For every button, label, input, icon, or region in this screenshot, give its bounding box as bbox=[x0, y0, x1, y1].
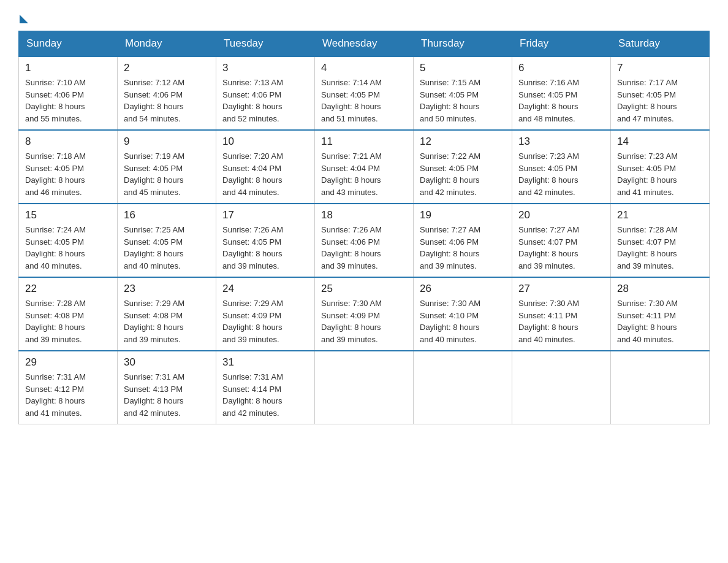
day-number: 18 bbox=[321, 209, 407, 221]
day-number: 15 bbox=[25, 209, 111, 221]
day-number: 28 bbox=[617, 283, 703, 295]
calendar-week-row: 15 Sunrise: 7:24 AM Sunset: 4:05 PM Dayl… bbox=[19, 204, 710, 277]
day-number: 16 bbox=[124, 209, 210, 221]
calendar-cell: 22 Sunrise: 7:28 AM Sunset: 4:08 PM Dayl… bbox=[19, 277, 118, 351]
calendar-cell: 17 Sunrise: 7:26 AM Sunset: 4:05 PM Dayl… bbox=[216, 204, 315, 277]
calendar-cell: 15 Sunrise: 7:24 AM Sunset: 4:05 PM Dayl… bbox=[19, 204, 118, 277]
day-info: Sunrise: 7:21 AM Sunset: 4:04 PM Dayligh… bbox=[321, 150, 407, 198]
calendar-cell: 27 Sunrise: 7:30 AM Sunset: 4:11 PM Dayl… bbox=[512, 277, 611, 351]
day-info: Sunrise: 7:25 AM Sunset: 4:05 PM Dayligh… bbox=[124, 224, 210, 272]
calendar-header-saturday: Saturday bbox=[611, 31, 710, 57]
day-info: Sunrise: 7:30 AM Sunset: 4:11 PM Dayligh… bbox=[617, 297, 703, 345]
logo-arrow-icon bbox=[20, 15, 28, 23]
calendar-cell: 11 Sunrise: 7:21 AM Sunset: 4:04 PM Dayl… bbox=[315, 130, 414, 204]
day-number: 11 bbox=[321, 136, 407, 148]
day-number: 19 bbox=[420, 209, 506, 221]
day-info: Sunrise: 7:24 AM Sunset: 4:05 PM Dayligh… bbox=[25, 224, 111, 272]
day-number: 21 bbox=[617, 209, 703, 221]
day-number: 6 bbox=[518, 62, 604, 74]
calendar-cell: 18 Sunrise: 7:26 AM Sunset: 4:06 PM Dayl… bbox=[315, 204, 414, 277]
day-info: Sunrise: 7:28 AM Sunset: 4:08 PM Dayligh… bbox=[25, 297, 111, 345]
day-number: 29 bbox=[25, 356, 111, 369]
calendar-cell: 7 Sunrise: 7:17 AM Sunset: 4:05 PM Dayli… bbox=[611, 56, 710, 130]
calendar-week-row: 22 Sunrise: 7:28 AM Sunset: 4:08 PM Dayl… bbox=[19, 277, 710, 351]
calendar-header-tuesday: Tuesday bbox=[216, 31, 315, 57]
calendar-cell: 20 Sunrise: 7:27 AM Sunset: 4:07 PM Dayl… bbox=[512, 204, 611, 277]
calendar-cell: 2 Sunrise: 7:12 AM Sunset: 4:06 PM Dayli… bbox=[118, 56, 216, 130]
day-number: 30 bbox=[124, 356, 210, 369]
day-info: Sunrise: 7:19 AM Sunset: 4:05 PM Dayligh… bbox=[124, 150, 210, 198]
day-info: Sunrise: 7:26 AM Sunset: 4:05 PM Dayligh… bbox=[222, 224, 308, 272]
calendar-header-friday: Friday bbox=[512, 31, 611, 57]
day-number: 17 bbox=[222, 209, 308, 221]
day-number: 26 bbox=[420, 283, 506, 295]
day-number: 23 bbox=[124, 283, 210, 295]
day-number: 31 bbox=[222, 356, 308, 369]
day-info: Sunrise: 7:28 AM Sunset: 4:07 PM Dayligh… bbox=[617, 224, 703, 272]
calendar-header-row: SundayMondayTuesdayWednesdayThursdayFrid… bbox=[19, 31, 710, 57]
day-number: 9 bbox=[124, 136, 210, 148]
day-info: Sunrise: 7:27 AM Sunset: 4:07 PM Dayligh… bbox=[518, 224, 604, 272]
calendar-cell: 25 Sunrise: 7:30 AM Sunset: 4:09 PM Dayl… bbox=[315, 277, 414, 351]
day-number: 10 bbox=[222, 136, 308, 148]
calendar-cell: 13 Sunrise: 7:23 AM Sunset: 4:05 PM Dayl… bbox=[512, 130, 611, 204]
calendar-week-row: 1 Sunrise: 7:10 AM Sunset: 4:06 PM Dayli… bbox=[19, 56, 710, 130]
day-info: Sunrise: 7:30 AM Sunset: 4:09 PM Dayligh… bbox=[321, 297, 407, 345]
calendar-cell: 19 Sunrise: 7:27 AM Sunset: 4:06 PM Dayl… bbox=[414, 204, 512, 277]
day-info: Sunrise: 7:12 AM Sunset: 4:06 PM Dayligh… bbox=[124, 77, 210, 124]
day-number: 27 bbox=[518, 283, 604, 295]
day-info: Sunrise: 7:16 AM Sunset: 4:05 PM Dayligh… bbox=[518, 77, 604, 124]
calendar-cell: 9 Sunrise: 7:19 AM Sunset: 4:05 PM Dayli… bbox=[118, 130, 216, 204]
day-number: 20 bbox=[518, 209, 604, 221]
day-number: 4 bbox=[321, 62, 407, 74]
day-info: Sunrise: 7:29 AM Sunset: 4:09 PM Dayligh… bbox=[222, 297, 308, 345]
calendar-header-wednesday: Wednesday bbox=[315, 31, 414, 57]
day-info: Sunrise: 7:26 AM Sunset: 4:06 PM Dayligh… bbox=[321, 224, 407, 272]
day-number: 22 bbox=[25, 283, 111, 295]
day-number: 1 bbox=[25, 62, 111, 74]
page-header bbox=[18, 12, 710, 21]
day-number: 5 bbox=[420, 62, 506, 74]
calendar-cell: 24 Sunrise: 7:29 AM Sunset: 4:09 PM Dayl… bbox=[216, 277, 315, 351]
day-info: Sunrise: 7:22 AM Sunset: 4:05 PM Dayligh… bbox=[420, 150, 506, 198]
calendar-cell: 30 Sunrise: 7:31 AM Sunset: 4:13 PM Dayl… bbox=[118, 351, 216, 424]
day-number: 12 bbox=[420, 136, 506, 148]
calendar-cell: 3 Sunrise: 7:13 AM Sunset: 4:06 PM Dayli… bbox=[216, 56, 315, 130]
day-number: 14 bbox=[617, 136, 703, 148]
day-number: 24 bbox=[222, 283, 308, 295]
day-info: Sunrise: 7:13 AM Sunset: 4:06 PM Dayligh… bbox=[222, 77, 308, 124]
calendar-cell: 26 Sunrise: 7:30 AM Sunset: 4:10 PM Dayl… bbox=[414, 277, 512, 351]
day-info: Sunrise: 7:31 AM Sunset: 4:13 PM Dayligh… bbox=[124, 371, 210, 419]
day-info: Sunrise: 7:20 AM Sunset: 4:04 PM Dayligh… bbox=[222, 150, 308, 198]
day-info: Sunrise: 7:23 AM Sunset: 4:05 PM Dayligh… bbox=[617, 150, 703, 198]
day-info: Sunrise: 7:27 AM Sunset: 4:06 PM Dayligh… bbox=[420, 224, 506, 272]
calendar-cell: 29 Sunrise: 7:31 AM Sunset: 4:12 PM Dayl… bbox=[19, 351, 118, 424]
day-info: Sunrise: 7:29 AM Sunset: 4:08 PM Dayligh… bbox=[124, 297, 210, 345]
calendar-week-row: 8 Sunrise: 7:18 AM Sunset: 4:05 PM Dayli… bbox=[19, 130, 710, 204]
calendar-cell: 31 Sunrise: 7:31 AM Sunset: 4:14 PM Dayl… bbox=[216, 351, 315, 424]
calendar-cell bbox=[611, 351, 710, 424]
calendar-cell: 5 Sunrise: 7:15 AM Sunset: 4:05 PM Dayli… bbox=[414, 56, 512, 130]
calendar-cell bbox=[315, 351, 414, 424]
day-info: Sunrise: 7:30 AM Sunset: 4:10 PM Dayligh… bbox=[420, 297, 506, 345]
logo bbox=[18, 12, 28, 21]
calendar-cell: 28 Sunrise: 7:30 AM Sunset: 4:11 PM Dayl… bbox=[611, 277, 710, 351]
day-number: 13 bbox=[518, 136, 604, 148]
calendar-header-sunday: Sunday bbox=[19, 31, 118, 57]
day-info: Sunrise: 7:17 AM Sunset: 4:05 PM Dayligh… bbox=[617, 77, 703, 124]
calendar-cell bbox=[512, 351, 611, 424]
calendar-cell bbox=[414, 351, 512, 424]
calendar-cell: 23 Sunrise: 7:29 AM Sunset: 4:08 PM Dayl… bbox=[118, 277, 216, 351]
calendar-cell: 8 Sunrise: 7:18 AM Sunset: 4:05 PM Dayli… bbox=[19, 130, 118, 204]
calendar-cell: 4 Sunrise: 7:14 AM Sunset: 4:05 PM Dayli… bbox=[315, 56, 414, 130]
calendar-table: SundayMondayTuesdayWednesdayThursdayFrid… bbox=[18, 31, 710, 424]
calendar-cell: 21 Sunrise: 7:28 AM Sunset: 4:07 PM Dayl… bbox=[611, 204, 710, 277]
calendar-header-thursday: Thursday bbox=[414, 31, 512, 57]
calendar-cell: 12 Sunrise: 7:22 AM Sunset: 4:05 PM Dayl… bbox=[414, 130, 512, 204]
day-number: 3 bbox=[222, 62, 308, 74]
day-info: Sunrise: 7:31 AM Sunset: 4:14 PM Dayligh… bbox=[222, 371, 308, 419]
day-info: Sunrise: 7:15 AM Sunset: 4:05 PM Dayligh… bbox=[420, 77, 506, 124]
day-info: Sunrise: 7:31 AM Sunset: 4:12 PM Dayligh… bbox=[25, 371, 111, 419]
calendar-cell: 16 Sunrise: 7:25 AM Sunset: 4:05 PM Dayl… bbox=[118, 204, 216, 277]
day-number: 7 bbox=[617, 62, 703, 74]
